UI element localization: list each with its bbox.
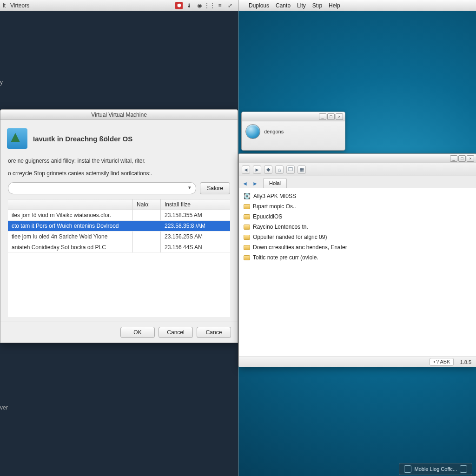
- maximize-icon[interactable]: □: [458, 155, 466, 162]
- disk-icon[interactable]: ◆: [264, 165, 272, 174]
- sync-icon[interactable]: ◉: [196, 2, 203, 9]
- explorer-toolbar: ◄ ► ◆ ⌂ ❐ ▦: [239, 163, 476, 176]
- minimize-icon[interactable]: _: [319, 113, 326, 120]
- expand-icon[interactable]: ⤢: [226, 2, 234, 9]
- salore-button[interactable]: Salore: [200, 182, 230, 194]
- list-item[interactable]: EpuucldiOS: [244, 212, 471, 222]
- taskbar: Moble Liog Coffc...: [238, 462, 476, 476]
- close-icon[interactable]: ×: [467, 155, 474, 162]
- desktop-label: y: [0, 79, 3, 86]
- menu-item[interactable]: Help: [329, 2, 340, 9]
- table-row[interactable]: aniateh Conidieday Sot bocka od PLC23.15…: [8, 242, 230, 253]
- tab-holal[interactable]: Holal: [263, 178, 287, 188]
- os-box-icon: [7, 128, 27, 149]
- vm-wizard-dialog: Virtual Virtual Machine Iavuıtk in Dreac…: [0, 109, 238, 343]
- menu-item[interactable]: Duplous: [249, 2, 269, 9]
- copy-icon[interactable]: ❐: [286, 165, 295, 174]
- folder-icon: [244, 245, 250, 250]
- explorer-tabbar: ◄ ► Holal: [239, 176, 476, 188]
- file-list: 💽Ally3 APK MI0SS Bıpart mopic Os.. Epuuc…: [239, 188, 476, 357]
- list-item[interactable]: Toltic note pre curr (oviole.: [244, 252, 471, 263]
- settings-icon[interactable]: ≡: [216, 2, 224, 9]
- nav-fwd-icon[interactable]: ►: [251, 179, 259, 188]
- nav-back-icon[interactable]: ◄: [241, 179, 249, 188]
- status-tag: ∘? ABK: [430, 358, 454, 366]
- wizard-heading: Iavuıtk in Dreachng ßölder OS: [33, 135, 132, 143]
- folder-icon: [244, 235, 250, 240]
- view-icon[interactable]: ▦: [298, 165, 306, 174]
- folder-icon: [244, 214, 250, 219]
- menu-item[interactable]: it: [3, 2, 6, 9]
- taskbar-item[interactable]: Moble Liog Coffc...: [399, 463, 472, 475]
- ok-button[interactable]: OK: [120, 327, 155, 338]
- wifi-icon[interactable]: ⋮⋮: [206, 2, 213, 9]
- shield-icon[interactable]: ⬢: [175, 2, 183, 9]
- source-dropdown[interactable]: [8, 182, 196, 194]
- minimize-icon[interactable]: _: [450, 155, 457, 162]
- list-item[interactable]: Bıpart mopic Os..: [244, 201, 471, 212]
- column-header-mid[interactable]: Naio:: [132, 199, 160, 210]
- back-icon[interactable]: ◄: [242, 165, 250, 174]
- folder-icon: [244, 255, 250, 260]
- menu-item[interactable]: Lity: [297, 2, 306, 9]
- left-menubar: it Virteors ⬢ 🌡 ◉ ⋮⋮ ≡ ⤢: [0, 0, 238, 11]
- menu-item[interactable]: Virteors: [10, 2, 29, 9]
- wizard-paragraph: ore ne guignerss anid filloy: instal the…: [8, 157, 230, 165]
- mac-menubar: Duplous Canto Lity Stıp Help: [238, 0, 476, 11]
- cance-button[interactable]: Cance: [197, 327, 231, 338]
- explorer-statusbar: ∘? ABK 1.8.5: [239, 357, 476, 367]
- device-icon: [460, 465, 467, 473]
- app-icon: [404, 465, 411, 473]
- column-header-name[interactable]: [8, 199, 132, 210]
- folder-icon: [244, 204, 250, 209]
- wizard-paragraph: o crreycle Stop grinnets canies actemsil…: [8, 170, 230, 178]
- maximize-icon[interactable]: □: [327, 113, 335, 120]
- dialog-title: Virtual Virtual Machine: [0, 110, 238, 120]
- folder-icon: [244, 225, 250, 230]
- list-item[interactable]: 💽Ally3 APK MI0SS: [244, 191, 471, 201]
- menu-item[interactable]: Canto: [276, 2, 291, 9]
- list-item[interactable]: Oppulter nanded for algric 09): [244, 232, 471, 242]
- home-icon[interactable]: ⌂: [275, 165, 284, 174]
- column-header-time[interactable]: Install filze: [160, 199, 230, 210]
- explorer-window: _ □ × ◄ ► ◆ ⌂ ❐ ▦ ◄ ► Holal 💽Ally3 APK: [238, 153, 476, 367]
- small-window-label: dengons: [264, 129, 284, 134]
- install-files-grid: Naio: Install filze iles jom lö viod rn …: [8, 199, 230, 317]
- list-item[interactable]: Raycino Lentencos tn.: [244, 222, 471, 232]
- globe-icon: [245, 124, 260, 139]
- list-item[interactable]: Down crresulties anc hendens, Enater: [244, 242, 471, 252]
- status-version: 1.8.5: [460, 359, 471, 365]
- thermometer-icon[interactable]: 🌡: [185, 2, 193, 9]
- menu-item[interactable]: Stıp: [312, 2, 322, 9]
- table-row[interactable]: tlee jom Iu oled 4n Sariche Wold Ylone23…: [8, 231, 230, 242]
- desktop-label: ver: [0, 404, 8, 411]
- background-window[interactable]: _ □ × dengons: [241, 112, 345, 151]
- table-row[interactable]: cto tam it Pors orf Wuich entenins Dovlr…: [8, 221, 230, 231]
- drive-icon: 💽: [244, 192, 251, 200]
- right-mac-desktop: Duplous Canto Lity Stıp Help _ □ × dengo…: [238, 0, 476, 476]
- table-row[interactable]: iles jom lö viod rn Vilaikc wiatanoes.cf…: [8, 210, 230, 221]
- forward-icon[interactable]: ►: [253, 165, 261, 174]
- close-icon[interactable]: ×: [336, 113, 343, 120]
- cancel-button[interactable]: Cancel: [159, 327, 193, 338]
- left-vm-desktop: it Virteors ⬢ 🌡 ◉ ⋮⋮ ≡ ⤢ y ver Virtual V…: [0, 0, 238, 476]
